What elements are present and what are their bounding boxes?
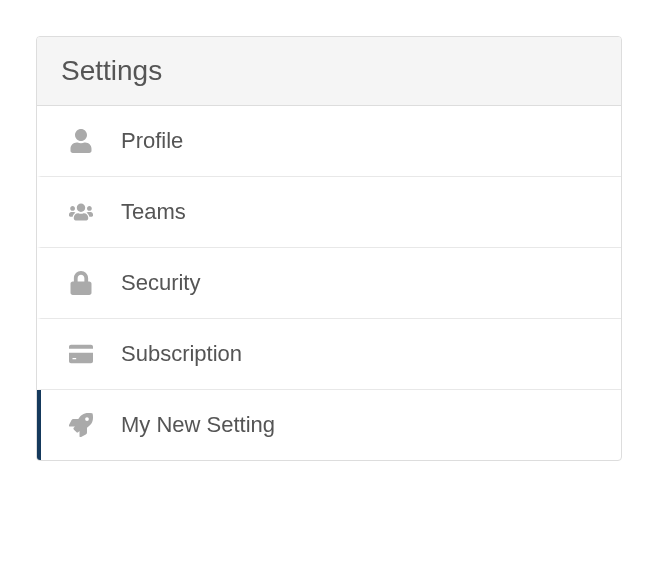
rocket-icon: [67, 413, 95, 437]
lock-icon: [67, 271, 95, 295]
settings-header: Settings: [37, 37, 621, 106]
settings-item-label: Teams: [121, 199, 186, 225]
settings-item-security[interactable]: Security: [37, 248, 621, 319]
settings-title: Settings: [61, 55, 597, 87]
settings-item-profile[interactable]: Profile: [37, 106, 621, 177]
settings-item-label: Subscription: [121, 341, 242, 367]
settings-item-label: Profile: [121, 128, 183, 154]
settings-item-label: My New Setting: [121, 412, 275, 438]
settings-panel: Settings Profile Teams Security Subscrip…: [36, 36, 622, 461]
credit-card-icon: [67, 342, 95, 366]
settings-item-label: Security: [121, 270, 200, 296]
settings-item-subscription[interactable]: Subscription: [37, 319, 621, 390]
settings-list: Profile Teams Security Subscription My N…: [37, 106, 621, 460]
user-icon: [67, 129, 95, 153]
settings-item-teams[interactable]: Teams: [37, 177, 621, 248]
users-icon: [67, 200, 95, 224]
settings-item-my-new-setting[interactable]: My New Setting: [37, 390, 621, 460]
